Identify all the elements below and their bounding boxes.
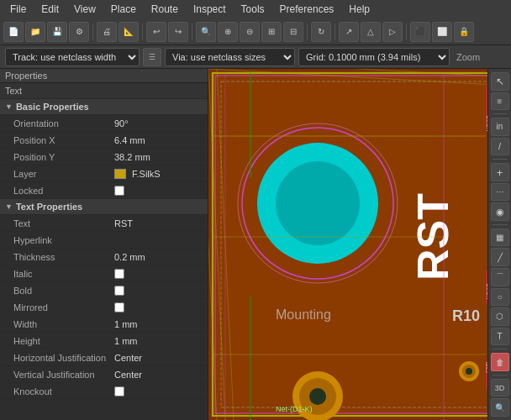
basic-arrow-icon: ▼ bbox=[5, 102, 13, 111]
prop-bold-value[interactable] bbox=[114, 286, 203, 296]
add-arc[interactable]: ⌒ bbox=[491, 268, 509, 286]
rtool-sep1 bbox=[493, 113, 508, 114]
ratsnest-button[interactable]: ↗ bbox=[339, 22, 359, 42]
add-text[interactable]: T bbox=[491, 328, 509, 346]
prop-layer: Layer F.SilkS bbox=[0, 165, 208, 182]
add-line[interactable]: ╱ bbox=[491, 248, 509, 266]
prop-italic-value[interactable] bbox=[114, 269, 203, 279]
zoom-in-button[interactable]: ⊕ bbox=[218, 22, 238, 42]
pcb-svg: RST Mounting R10 NRST NRST GND bbox=[208, 69, 511, 420]
basic-properties-header[interactable]: ▼ Basic Properties bbox=[0, 99, 208, 115]
text-arrow-icon: ▼ bbox=[5, 202, 13, 211]
prop-positionx: Position X 6.4 mm bbox=[0, 132, 208, 149]
menu-edit[interactable]: Edit bbox=[34, 2, 66, 17]
lock-button[interactable]: 🔒 bbox=[454, 22, 474, 42]
prop-orientation-value: 90° bbox=[114, 118, 203, 129]
svg-text:R10: R10 bbox=[452, 307, 480, 324]
prop-hyperlink: Hyperlink bbox=[0, 232, 208, 249]
via-select[interactable]: Via: use netclass sizes bbox=[165, 48, 295, 66]
menu-view[interactable]: View bbox=[67, 2, 103, 17]
prop-knockout: Knockout bbox=[0, 383, 208, 400]
menu-inspect[interactable]: Inspect bbox=[187, 2, 233, 17]
track-settings-icon[interactable]: ☰ bbox=[143, 48, 161, 66]
zoom-selection-button[interactable]: ⊟ bbox=[283, 22, 303, 42]
delete-tool[interactable]: 🗑 bbox=[491, 353, 509, 371]
prop-hjust: Horizontal Justification Center bbox=[0, 349, 208, 366]
properties-panel: Properties Text ▼ Basic Properties Orien… bbox=[0, 69, 208, 420]
zoom-label: Zoom bbox=[456, 52, 480, 62]
locked-checkbox[interactable] bbox=[114, 186, 124, 196]
layer-color-swatch bbox=[114, 169, 126, 179]
menu-help[interactable]: Help bbox=[342, 2, 377, 17]
prop-italic: Italic bbox=[0, 265, 208, 282]
menu-file[interactable]: File bbox=[3, 2, 33, 17]
prop-text-name: Text bbox=[13, 218, 114, 228]
add-circle[interactable]: ○ bbox=[491, 288, 509, 307]
drc-button[interactable]: ▷ bbox=[382, 22, 403, 42]
prop-positiony: Position Y 38.2 mm bbox=[0, 149, 208, 165]
print-button[interactable]: 🖨 bbox=[97, 22, 117, 42]
prop-knockout-value[interactable] bbox=[114, 386, 203, 396]
refresh-button[interactable]: ↻ bbox=[311, 22, 331, 42]
add-track[interactable]: ⋯ bbox=[491, 183, 509, 202]
knockout-checkbox[interactable] bbox=[114, 386, 124, 396]
new-button[interactable]: 📄 bbox=[3, 22, 24, 42]
add-polygon[interactable]: ⬡ bbox=[491, 307, 509, 326]
prop-locked: Locked bbox=[0, 182, 208, 199]
svg-point-44 bbox=[466, 368, 472, 375]
menu-tools[interactable]: Tools bbox=[234, 2, 271, 17]
prop-bold-name: Bold bbox=[13, 286, 114, 296]
zoom-tool[interactable]: in bbox=[491, 118, 509, 136]
prop-orientation: Orientation 90° bbox=[0, 115, 208, 132]
bold-checkbox[interactable] bbox=[114, 286, 124, 296]
inspect-tool[interactable]: 🔍 bbox=[491, 398, 509, 417]
3d-view[interactable]: 3D bbox=[491, 379, 509, 397]
menu-route[interactable]: Route bbox=[145, 2, 185, 17]
track-select[interactable]: Track: use netclass width bbox=[5, 48, 140, 66]
rtool-sep5 bbox=[493, 375, 508, 375]
route-tool[interactable]: ≡ bbox=[491, 92, 509, 111]
sep2 bbox=[142, 24, 143, 40]
select-tool[interactable]: ↖ bbox=[491, 72, 509, 91]
zoom-out-button[interactable]: ⊖ bbox=[240, 22, 260, 42]
add-zone[interactable]: ▦ bbox=[491, 228, 509, 247]
undo-button[interactable]: ↩ bbox=[146, 22, 166, 42]
prop-mirrored-value[interactable] bbox=[114, 302, 203, 312]
add-via[interactable]: ◉ bbox=[491, 202, 509, 221]
prop-mirrored: Mirrored bbox=[0, 299, 208, 316]
prop-locked-value[interactable] bbox=[114, 186, 203, 196]
prop-height-value: 1 mm bbox=[114, 336, 203, 346]
svg-text:Mounting: Mounting bbox=[276, 307, 331, 322]
open-button[interactable]: 📁 bbox=[25, 22, 45, 42]
prop-thickness-name: Thickness bbox=[13, 252, 114, 262]
prop-positiony-name: Position Y bbox=[13, 152, 114, 162]
prop-positionx-value: 6.4 mm bbox=[114, 135, 203, 145]
save-button[interactable]: 💾 bbox=[47, 22, 67, 42]
netinspect-button[interactable]: ⬜ bbox=[432, 22, 452, 42]
pcb-canvas-area[interactable]: RST Mounting R10 NRST NRST GND bbox=[208, 69, 511, 420]
menu-place[interactable]: Place bbox=[104, 2, 143, 17]
basic-section-label: Basic Properties bbox=[16, 102, 89, 112]
prop-text: Text RST bbox=[0, 215, 208, 232]
italic-checkbox[interactable] bbox=[114, 269, 124, 279]
prop-height: Height 1 mm bbox=[0, 333, 208, 349]
add-footprint[interactable]: + bbox=[491, 163, 509, 181]
menu-preferences[interactable]: Preferences bbox=[273, 2, 341, 17]
prop-vjust-value: Center bbox=[114, 370, 203, 380]
prop-locked-name: Locked bbox=[13, 186, 114, 196]
sep4 bbox=[307, 24, 308, 40]
prop-width-name: Width bbox=[13, 319, 114, 329]
mirrored-checkbox[interactable] bbox=[114, 302, 124, 312]
measure-tool[interactable]: / bbox=[491, 138, 509, 156]
text-properties-header[interactable]: ▼ Text Properties bbox=[0, 199, 208, 215]
grid-select[interactable]: Grid: 0.1000 mm (3.94 mils) bbox=[298, 48, 450, 66]
redo-button[interactable]: ↪ bbox=[168, 22, 188, 42]
main-toolbar: 📄 📁 💾 ⚙ 🖨 📐 ↩ ↪ 🔍 ⊕ ⊖ ⊞ ⊟ ↻ ↗ △ ▷ ⬛ ⬜ 🔒 bbox=[0, 18, 511, 45]
zoom-fit-button[interactable]: ⊞ bbox=[261, 22, 282, 42]
plot-button[interactable]: 📐 bbox=[119, 22, 139, 42]
schematic-button[interactable]: ⚙ bbox=[69, 22, 89, 42]
clearance-button[interactable]: △ bbox=[361, 22, 381, 42]
layer-button[interactable]: ⬛ bbox=[410, 22, 430, 42]
prop-vjust-name: Vertical Justification bbox=[13, 370, 114, 380]
find-button[interactable]: 🔍 bbox=[196, 22, 216, 42]
